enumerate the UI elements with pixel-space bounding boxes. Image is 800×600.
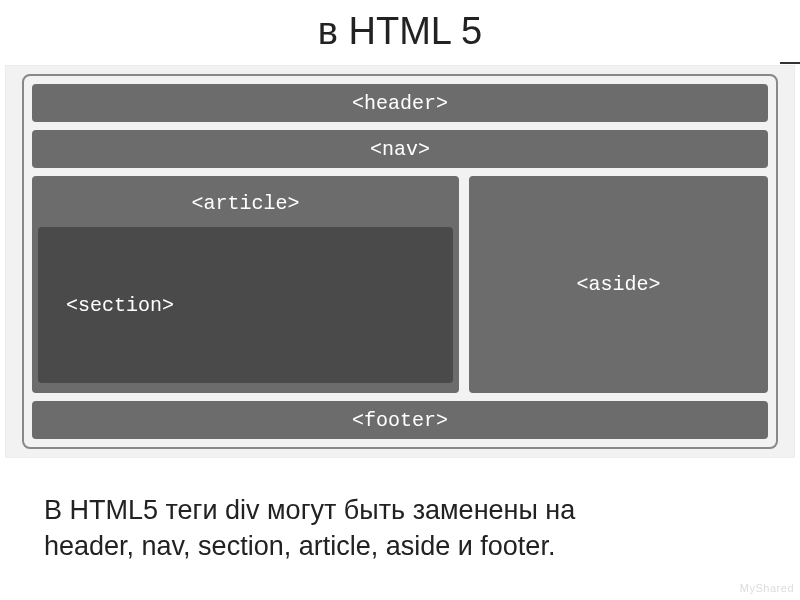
aside-block: <aside>: [469, 176, 768, 393]
footer-block: <footer>: [32, 401, 768, 439]
header-block: <header>: [32, 84, 768, 122]
section-block: <section>: [38, 227, 453, 383]
watermark: MyShared: [740, 582, 794, 594]
diagram-canvas: <header> <nav> <article> <section> <asid…: [5, 65, 795, 458]
nav-block: <nav>: [32, 130, 768, 168]
footer-label: <footer>: [352, 409, 448, 432]
content-row: <article> <section> <aside>: [32, 176, 768, 393]
caption-text: В HTML5 теги div могут быть заменены на …: [18, 492, 782, 565]
page-title: в HTML 5: [0, 10, 800, 53]
section-label: <section>: [66, 294, 174, 317]
caption-line-2: header, nav, section, article, aside и f…: [18, 528, 782, 564]
caption-line-1: В HTML5 теги div могут быть заменены на: [18, 492, 782, 528]
header-label: <header>: [352, 92, 448, 115]
html5-structure-outline: <header> <nav> <article> <section> <asid…: [22, 74, 778, 449]
article-block: <article> <section>: [32, 176, 459, 393]
decor-line: [780, 62, 800, 64]
nav-label: <nav>: [370, 138, 430, 161]
article-label: <article>: [38, 182, 453, 227]
aside-label: <aside>: [576, 273, 660, 296]
